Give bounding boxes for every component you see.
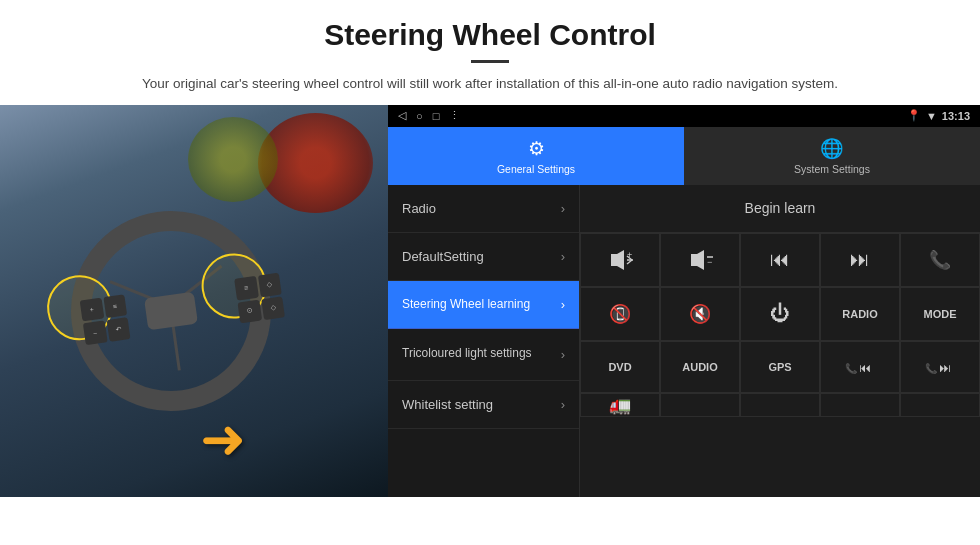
mode-button[interactable]: MODE — [900, 287, 980, 341]
main-content: + ≡ − ↶ ≡ ◇ ⊙ ◇ ➜ ◁ ○ — [0, 105, 980, 497]
menu-item-steering-label: Steering Wheel learning — [402, 297, 530, 311]
empty-cell-2 — [740, 393, 820, 417]
vol-down-button[interactable]: − — [660, 233, 740, 287]
svg-text:−: − — [707, 257, 712, 267]
menu-item-default-label: DefaultSetting — [402, 249, 484, 264]
svg-text:📞: 📞 — [925, 362, 938, 375]
controls-row-2: 📵 🔇 ⏻ RADIO MODE — [580, 287, 980, 341]
svg-text:📞: 📞 — [845, 362, 858, 375]
tabs-bar: ⚙ General Settings 🌐 System Settings — [388, 127, 980, 185]
phone-answer-button[interactable]: 📞 — [900, 233, 980, 287]
next-track-button[interactable]: ⏭ — [820, 233, 900, 287]
phone-hang-button[interactable]: 📵 — [580, 287, 660, 341]
menu-item-whitelist[interactable]: Whitelist setting › — [388, 381, 579, 429]
tab-system-settings[interactable]: 🌐 System Settings — [684, 127, 980, 185]
radio-chevron-icon: › — [561, 201, 565, 216]
content-area: Radio › DefaultSetting › Steering Wheel … — [388, 185, 980, 497]
menu-item-default[interactable]: DefaultSetting › — [388, 233, 579, 281]
arrow-indicator: ➜ — [200, 412, 246, 467]
default-chevron-icon: › — [561, 249, 565, 264]
nav-back-icon[interactable]: ◁ — [398, 109, 406, 122]
nav-dots-icon[interactable]: ⋮ — [449, 109, 460, 122]
mute-button[interactable]: 🔇 — [660, 287, 740, 341]
menu-item-radio-label: Radio — [402, 201, 436, 216]
radio-button[interactable]: RADIO — [820, 287, 900, 341]
steering-wheel: + ≡ − ↶ ≡ ◇ ⊙ ◇ — [58, 198, 284, 424]
truck-icon-button[interactable]: 🚛 — [580, 393, 660, 417]
nav-square-icon[interactable]: □ — [433, 110, 440, 122]
svg-marker-0 — [611, 250, 624, 270]
head-unit: ◁ ○ □ ⋮ 📍 ▼ 13:13 ⚙ General Settings 🌐 S… — [388, 105, 980, 497]
time-display: 13:13 — [942, 110, 970, 122]
steering-chevron-icon: › — [561, 297, 565, 312]
empty-cell-1 — [660, 393, 740, 417]
general-settings-icon: ⚙ — [528, 137, 545, 160]
bottom-icon-row: 🚛 — [580, 393, 980, 417]
menu-item-tricolour[interactable]: Tricoloured light settings › — [388, 329, 579, 381]
location-icon: 📍 — [907, 109, 921, 122]
controls-row-1: + − ⏮ ⏭ 📞 — [580, 233, 980, 287]
prev-track-button[interactable]: ⏮ — [740, 233, 820, 287]
steering-wheel-image: + ≡ − ↶ ≡ ◇ ⊙ ◇ ➜ — [0, 105, 388, 497]
tab-general-settings[interactable]: ⚙ General Settings — [388, 127, 684, 185]
vol-up-button[interactable]: + — [580, 233, 660, 287]
menu-item-radio[interactable]: Radio › — [388, 185, 579, 233]
phone-prev-button[interactable]: 📞⏮ — [820, 341, 900, 393]
header-subtitle: Your original car's steering wheel contr… — [80, 73, 900, 95]
status-bar: ◁ ○ □ ⋮ 📍 ▼ 13:13 — [388, 105, 980, 127]
begin-learn-button[interactable]: Begin learn — [715, 192, 846, 224]
wifi-icon: ▼ — [926, 110, 937, 122]
empty-cell-3 — [820, 393, 900, 417]
system-settings-icon: 🌐 — [820, 137, 844, 160]
dashboard-circle-2 — [188, 117, 278, 202]
svg-text:⏭: ⏭ — [939, 361, 951, 375]
nav-home-icon[interactable]: ○ — [416, 110, 423, 122]
tricolour-chevron-icon: › — [561, 347, 565, 362]
menu-item-steering[interactable]: Steering Wheel learning › — [388, 281, 579, 329]
audio-button[interactable]: AUDIO — [660, 341, 740, 393]
whitelist-chevron-icon: › — [561, 397, 565, 412]
svg-marker-5 — [691, 250, 704, 270]
gps-button[interactable]: GPS — [740, 341, 820, 393]
power-button[interactable]: ⏻ — [740, 287, 820, 341]
menu-panel: Radio › DefaultSetting › Steering Wheel … — [388, 185, 580, 497]
header-divider — [471, 60, 509, 63]
empty-cell-4 — [900, 393, 980, 417]
page-title: Steering Wheel Control — [80, 18, 900, 52]
menu-item-tricolour-label: Tricoloured light settings — [402, 346, 532, 362]
system-settings-label: System Settings — [794, 163, 870, 175]
right-controls-panel: Begin learn + − ⏮ ⏭ 📞 📵 — [580, 185, 980, 497]
svg-text:⏮: ⏮ — [859, 361, 871, 375]
controls-row-3: DVD AUDIO GPS 📞⏮ 📞⏭ — [580, 341, 980, 393]
menu-item-whitelist-label: Whitelist setting — [402, 397, 493, 412]
general-settings-label: General Settings — [497, 163, 575, 175]
phone-next-button[interactable]: 📞⏭ — [900, 341, 980, 393]
begin-learn-row: Begin learn — [580, 185, 980, 233]
page-header: Steering Wheel Control Your original car… — [0, 0, 980, 105]
dvd-button[interactable]: DVD — [580, 341, 660, 393]
svg-text:+: + — [627, 250, 632, 260]
